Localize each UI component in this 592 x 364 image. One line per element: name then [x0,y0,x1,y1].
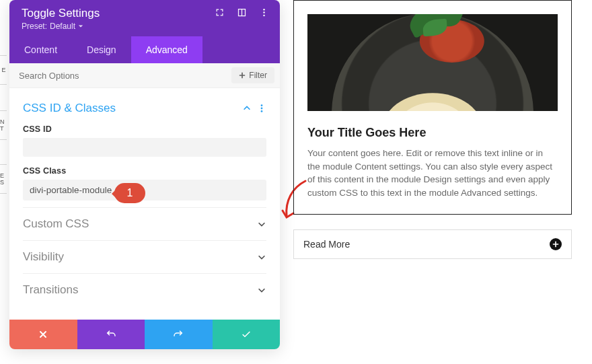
svg-point-2 [263,15,265,17]
readmore-label: Read More [303,239,350,250]
plus-circle-icon [550,238,562,250]
search-input[interactable] [9,64,231,87]
panel-title: Toggle Settings [22,7,100,20]
bg-panel-sliver-3: E S [0,164,7,194]
section-header-css-id-classes[interactable]: CSS ID & Classes [23,102,266,115]
svg-point-5 [261,110,263,112]
preview-image [307,14,558,111]
svg-point-4 [261,108,263,110]
section-title: Visibility [23,250,64,264]
settings-panel: Toggle Settings Preset: Default Content … [9,0,280,349]
toggle-readmore[interactable]: Read More [293,229,572,259]
preset-label: Preset: [22,22,47,31]
section-visibility[interactable]: Visibility [23,240,266,273]
chevron-down-icon [257,285,266,295]
bg-panel-sliver-1: E [0,55,7,85]
section-title: Transitions [23,283,79,297]
filter-button[interactable]: Filter [231,67,274,83]
section-transitions[interactable]: Transitions [23,273,266,306]
columns-icon[interactable] [237,7,247,20]
callout-number: 1 [127,187,133,199]
expand-icon[interactable] [215,7,225,20]
panel-body: CSS ID & Classes CSS ID CSS Class Custom… [9,88,280,320]
svg-point-0 [263,9,265,11]
panel-tabs: Content Design Advanced [9,36,280,63]
section-custom-css[interactable]: Custom CSS [23,207,266,240]
css-class-label: CSS Class [23,166,266,176]
svg-point-1 [263,11,265,13]
preview-area: Your Title Goes Here Your content goes h… [293,0,572,259]
chevron-up-icon [242,104,252,113]
redo-button[interactable] [145,320,213,349]
section-title: CSS ID & Classes [23,102,116,115]
panel-footer [9,320,280,349]
more-icon[interactable] [257,104,266,113]
css-id-input[interactable] [23,138,266,157]
callout-badge: 1 [114,183,145,203]
undo-button[interactable] [77,320,145,349]
preset-dropdown[interactable]: Preset: Default [22,22,269,31]
chevron-down-icon [257,252,266,262]
preset-value: Default [50,22,75,31]
panel-header[interactable]: Toggle Settings Preset: Default [9,0,280,36]
cancel-button[interactable] [9,320,77,349]
section-title: Custom CSS [23,217,89,231]
preview-body[interactable]: Your content goes here. Edit or remove t… [307,147,558,199]
chevron-down-icon [78,24,83,29]
tab-content[interactable]: Content [9,36,72,63]
svg-point-3 [261,104,263,106]
chevron-down-icon [257,219,266,229]
bg-panel-sliver-2: N T [0,110,7,140]
preview-card: Your Title Goes Here Your content goes h… [293,0,572,215]
more-icon[interactable] [259,7,269,20]
tab-design[interactable]: Design [72,36,131,63]
save-button[interactable] [213,320,281,349]
preview-title[interactable]: Your Title Goes Here [307,126,558,140]
plus-icon [239,72,246,79]
css-id-label: CSS ID [23,124,266,134]
tab-advanced[interactable]: Advanced [131,36,202,63]
filter-label: Filter [249,71,267,80]
search-bar: Filter [9,63,280,88]
